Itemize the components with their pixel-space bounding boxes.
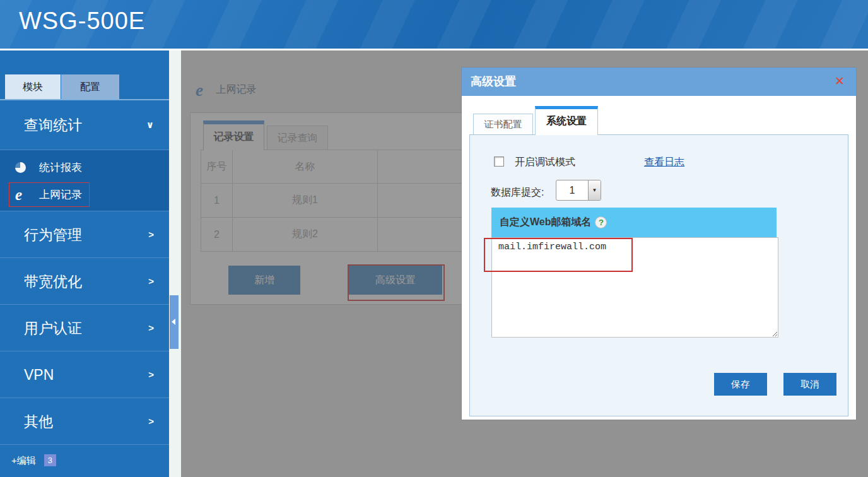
submenu-label: 上网记录 <box>39 189 82 201</box>
sidebar-item-stats-report[interactable]: 统计报表 <box>0 154 169 181</box>
tab-system-settings[interactable]: 系统设置 <box>535 106 598 135</box>
sidebar-tab-config[interactable]: 配置 <box>61 74 119 99</box>
save-button[interactable]: 保存 <box>714 373 767 396</box>
submenu-label: 统计报表 <box>39 162 82 174</box>
chevron-down-icon: ▼ <box>588 180 601 200</box>
view-log-link[interactable]: 查看日志 <box>644 156 684 169</box>
sidebar-tab-module[interactable]: 模块 <box>5 74 61 99</box>
debug-mode-checkbox[interactable] <box>494 156 504 167</box>
dialog-title: 高级设置 <box>462 68 856 96</box>
sidebar-submenu: 统计报表 e 上网记录 <box>0 150 169 211</box>
edit-link[interactable]: +编辑 <box>11 455 36 466</box>
menu-label: 行为管理 <box>24 227 82 243</box>
db-submit-select[interactable]: 1 ▼ <box>556 180 601 201</box>
db-submit-value: 1 <box>556 180 588 200</box>
menu-label: 带宽优化 <box>24 273 82 290</box>
cancel-button[interactable]: 取消 <box>783 373 836 396</box>
tab-certificate-config[interactable]: 证书配置 <box>473 114 533 135</box>
screen: WSG-500E 模块 配置 查询统计 ∨ 统计报表 e 上网记录 <box>0 0 868 477</box>
chevron-right-icon: > <box>148 398 154 445</box>
ie-icon: e <box>15 181 22 208</box>
chevron-right-icon: > <box>148 211 154 258</box>
advanced-settings-dialog: 高级设置 ✕ 证书配置 系统设置 开启调试模式 查看日志 数据库提交: 1 ▼ … <box>462 68 856 420</box>
debug-mode-label: 开启调试模式 <box>515 156 575 169</box>
sidebar-collapse-handle[interactable] <box>170 295 179 349</box>
sidebar-item-web-records[interactable]: e 上网记录 <box>0 181 169 208</box>
menu-label: VPN <box>24 367 54 383</box>
help-icon[interactable]: ? <box>595 216 607 228</box>
sidebar-footer: +编辑 3 <box>0 444 169 477</box>
close-icon[interactable]: ✕ <box>835 74 845 89</box>
mailbox-section-title: 自定义Web邮箱域名 <box>500 216 591 229</box>
sidebar-item-query-stats[interactable]: 查询统计 ∨ <box>0 100 169 150</box>
menu-label: 其他 <box>24 413 53 430</box>
chevron-right-icon: > <box>148 305 154 351</box>
dialog-header: 高级设置 ✕ <box>462 68 856 96</box>
app-title: WSG-500E <box>0 0 868 35</box>
edit-count-badge: 3 <box>44 454 56 466</box>
sidebar-item-user-auth[interactable]: 用户认证 > <box>0 304 169 351</box>
pie-chart-icon <box>15 162 26 173</box>
sidebar-item-vpn[interactable]: VPN > <box>0 351 169 398</box>
sidebar-menu: 查询统计 ∨ 统计报表 e 上网记录 行为管理 > 带宽优化 <box>0 99 169 477</box>
sidebar-gap <box>169 50 181 477</box>
sidebar-item-other[interactable]: 其他 > <box>0 398 169 444</box>
mailbox-section-header: 自定义Web邮箱域名 ? <box>491 208 777 237</box>
sidebar: 模块 配置 查询统计 ∨ 统计报表 e 上网记录 行为管理 <box>0 50 169 477</box>
app-header: WSG-500E <box>0 0 868 50</box>
menu-label: 用户认证 <box>24 320 82 336</box>
chevron-down-icon: ∨ <box>146 100 154 150</box>
sidebar-item-behavior-mgmt[interactable]: 行为管理 > <box>0 211 169 257</box>
chevron-right-icon: > <box>148 258 154 305</box>
sidebar-item-bandwidth[interactable]: 带宽优化 > <box>0 257 169 304</box>
system-settings-panel: 开启调试模式 查看日志 数据库提交: 1 ▼ 自定义Web邮箱域名 ? mail… <box>469 134 848 416</box>
mail-domains-textarea[interactable]: mail.imfirewall.com <box>491 237 778 338</box>
arrow-left-icon <box>172 319 175 325</box>
sidebar-tabs: 模块 配置 <box>5 74 119 99</box>
menu-label: 查询统计 <box>24 117 82 133</box>
db-submit-label: 数据库提交: <box>491 186 544 199</box>
chevron-right-icon: > <box>148 351 154 398</box>
